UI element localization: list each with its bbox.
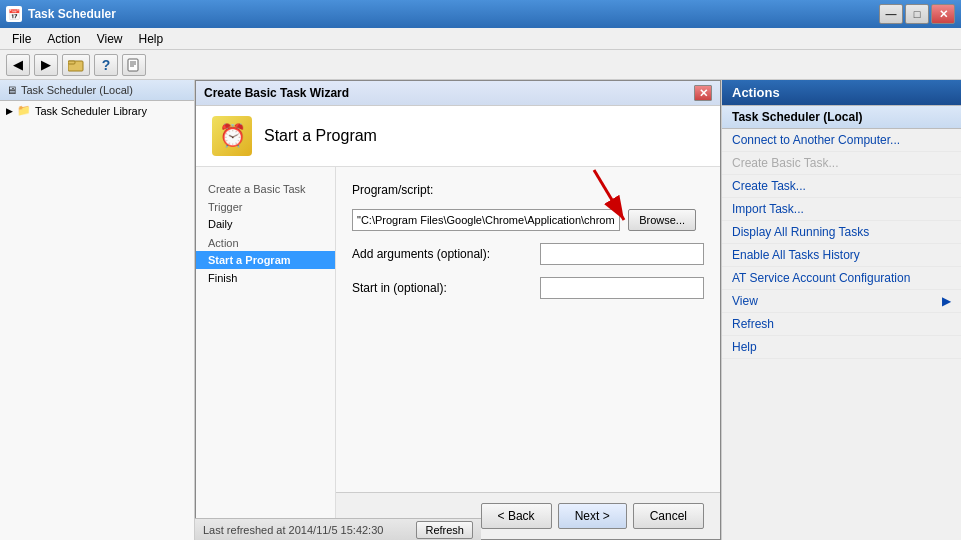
tree-header: 🖥 Task Scheduler (Local): [0, 80, 194, 101]
wizard-overlay: Create Basic Task Wizard ✕ ⏰ Start a Pro…: [195, 80, 721, 540]
action-enable-history[interactable]: Enable All Tasks History: [722, 244, 961, 267]
center-panel: Task Scheduler Summary (Last refreshed: …: [195, 80, 721, 540]
app-icon: 📅: [6, 6, 22, 22]
close-button[interactable]: ✕: [931, 4, 955, 24]
help-button[interactable]: ?: [94, 54, 118, 76]
wizard-step-icon: ⏰: [212, 116, 252, 156]
left-panel: 🖥 Task Scheduler (Local) ▶ 📁 Task Schedu…: [0, 80, 195, 540]
program-script-label: Program/script:: [352, 183, 532, 197]
wizard-container: Create Basic Task Wizard ✕ ⏰ Start a Pro…: [195, 80, 721, 540]
wizard-close-button[interactable]: ✕: [694, 85, 712, 101]
wizard-form: Program/script: Browse...: [336, 167, 720, 492]
wizard-header: ⏰ Start a Program: [196, 106, 720, 167]
browse-button[interactable]: Browse...: [628, 209, 696, 231]
action-connect-computer[interactable]: Connect to Another Computer...: [722, 129, 961, 152]
back-button[interactable]: < Back: [481, 503, 552, 529]
wizard-body: Create a Basic Task Trigger Daily Action…: [196, 167, 720, 539]
expand-icon: ▶: [6, 106, 13, 116]
wizard-title-text: Create Basic Task Wizard: [204, 86, 349, 100]
wizard-step-title: Start a Program: [264, 127, 377, 145]
refresh-status-button[interactable]: Refresh: [416, 521, 473, 539]
action-view[interactable]: View ▶: [722, 290, 961, 313]
wizard-left-nav: Create a Basic Task Trigger Daily Action…: [196, 167, 336, 539]
action-refresh[interactable]: Refresh: [722, 313, 961, 336]
nav-section-task: Create a Basic Task: [196, 179, 335, 197]
toolbar: ◀ ▶ ?: [0, 50, 961, 80]
actions-header: Actions: [722, 80, 961, 105]
nav-item-finish[interactable]: Finish: [196, 269, 335, 287]
add-arguments-label: Add arguments (optional):: [352, 247, 532, 261]
back-button[interactable]: ◀: [6, 54, 30, 76]
submenu-arrow-icon: ▶: [942, 294, 951, 308]
start-in-row: Start in (optional):: [352, 277, 704, 299]
window-controls: — □ ✕: [879, 4, 955, 24]
status-text: Last refreshed at 2014/11/5 15:42:30: [203, 524, 383, 536]
action-display-running[interactable]: Display All Running Tasks: [722, 221, 961, 244]
action-create-task[interactable]: Create Task...: [722, 175, 961, 198]
nav-section-trigger: Trigger: [196, 197, 335, 215]
tree-item-label: Task Scheduler Library: [35, 105, 147, 117]
start-in-input[interactable]: [540, 277, 704, 299]
next-button[interactable]: Next >: [558, 503, 627, 529]
tree-item-library[interactable]: ▶ 📁 Task Scheduler Library: [0, 101, 194, 120]
program-script-row: Program/script:: [352, 183, 704, 197]
forward-button[interactable]: ▶: [34, 54, 58, 76]
maximize-button[interactable]: □: [905, 4, 929, 24]
wizard-title-bar: Create Basic Task Wizard ✕: [196, 81, 720, 106]
svg-rect-2: [128, 59, 138, 71]
title-bar: 📅 Task Scheduler — □ ✕: [0, 0, 961, 28]
script-button[interactable]: [122, 54, 146, 76]
menu-help[interactable]: Help: [131, 30, 172, 48]
nav-item-daily[interactable]: Daily: [196, 215, 335, 233]
folder-button[interactable]: [62, 54, 90, 76]
wizard-content: Program/script: Browse...: [336, 167, 720, 539]
main-container: 🖥 Task Scheduler (Local) ▶ 📁 Task Schedu…: [0, 80, 961, 540]
minimize-button[interactable]: —: [879, 4, 903, 24]
cancel-button[interactable]: Cancel: [633, 503, 704, 529]
menu-bar: File Action View Help: [0, 28, 961, 50]
action-help[interactable]: Help: [722, 336, 961, 359]
program-script-input-row: Browse...: [352, 209, 704, 231]
menu-action[interactable]: Action: [39, 30, 88, 48]
tree-header-label: Task Scheduler (Local): [21, 84, 133, 96]
folder-icon: 📁: [17, 104, 31, 117]
window-title: Task Scheduler: [28, 7, 879, 21]
action-view-label: View: [732, 294, 758, 308]
right-panel: Actions Task Scheduler (Local) Connect t…: [721, 80, 961, 540]
start-in-label: Start in (optional):: [352, 281, 532, 295]
computer-icon: 🖥: [6, 84, 17, 96]
nav-item-start-program[interactable]: Start a Program: [196, 251, 335, 269]
action-import-task[interactable]: Import Task...: [722, 198, 961, 221]
action-create-basic-task: Create Basic Task...: [722, 152, 961, 175]
svg-rect-1: [68, 61, 75, 64]
nav-section-action: Action: [196, 233, 335, 251]
status-bar: Last refreshed at 2014/11/5 15:42:30 Ref…: [195, 518, 481, 540]
add-arguments-input[interactable]: [540, 243, 704, 265]
action-at-service[interactable]: AT Service Account Configuration: [722, 267, 961, 290]
menu-file[interactable]: File: [4, 30, 39, 48]
add-arguments-row: Add arguments (optional):: [352, 243, 704, 265]
program-script-input[interactable]: [352, 209, 620, 231]
menu-view[interactable]: View: [89, 30, 131, 48]
actions-section-title: Task Scheduler (Local): [722, 105, 961, 129]
